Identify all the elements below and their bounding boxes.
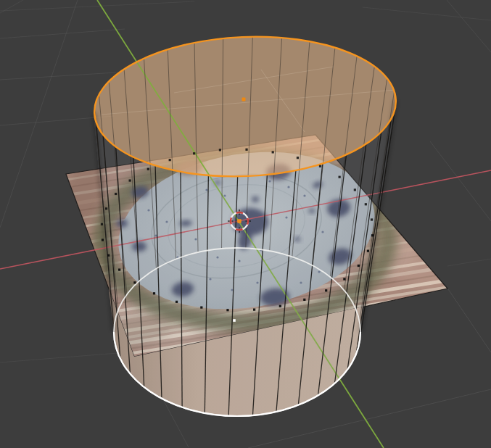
blender-3d-viewport[interactable] xyxy=(0,0,491,448)
viewport-scene[interactable] xyxy=(0,0,491,448)
object-origin-dot xyxy=(242,98,246,101)
cursor-center-dot xyxy=(237,219,242,223)
active-vertex-dot[interactable] xyxy=(233,319,236,322)
